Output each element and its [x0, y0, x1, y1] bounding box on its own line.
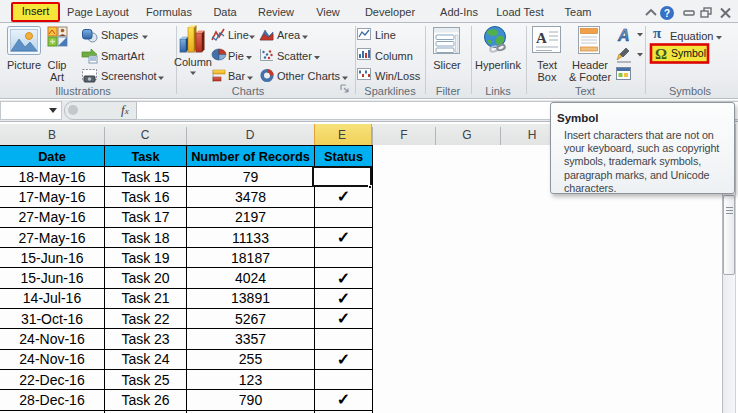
svg-text:Line: Line	[375, 29, 396, 41]
svg-text:SmartArt: SmartArt	[101, 50, 144, 62]
svg-text:Text: Text	[537, 59, 557, 71]
svg-text:Art: Art	[50, 71, 64, 83]
svg-text:Column: Column	[375, 50, 413, 62]
svg-text:Slicer: Slicer	[433, 59, 461, 71]
svg-text:Screenshot: Screenshot	[101, 70, 157, 82]
svg-text:Column: Column	[174, 56, 212, 68]
svg-text:& Footer: & Footer	[569, 71, 612, 83]
svg-text:A: A	[536, 30, 547, 46]
svg-text:Win/Loss: Win/Loss	[375, 70, 421, 82]
svg-text:Other Charts: Other Charts	[277, 70, 340, 82]
svg-text:Header: Header	[572, 59, 608, 71]
svg-text:?: ?	[664, 8, 670, 19]
svg-text:Box: Box	[538, 71, 557, 83]
svg-text:Area: Area	[277, 29, 301, 41]
svg-text:π: π	[653, 25, 662, 41]
svg-text:Line: Line	[228, 29, 249, 41]
svg-text:Scatter: Scatter	[277, 50, 312, 62]
svg-text:A: A	[617, 27, 630, 44]
svg-text:Pie: Pie	[228, 50, 244, 62]
svg-text:Ω: Ω	[655, 46, 667, 62]
svg-text:Clip: Clip	[48, 59, 67, 71]
svg-text:Shapes: Shapes	[101, 29, 139, 41]
svg-text:Picture: Picture	[7, 59, 41, 71]
svg-text:Symbol: Symbol	[671, 47, 706, 59]
svg-text:Equation: Equation	[670, 30, 713, 42]
svg-text:Bar: Bar	[228, 70, 245, 82]
svg-text:Hyperlink: Hyperlink	[475, 59, 521, 71]
